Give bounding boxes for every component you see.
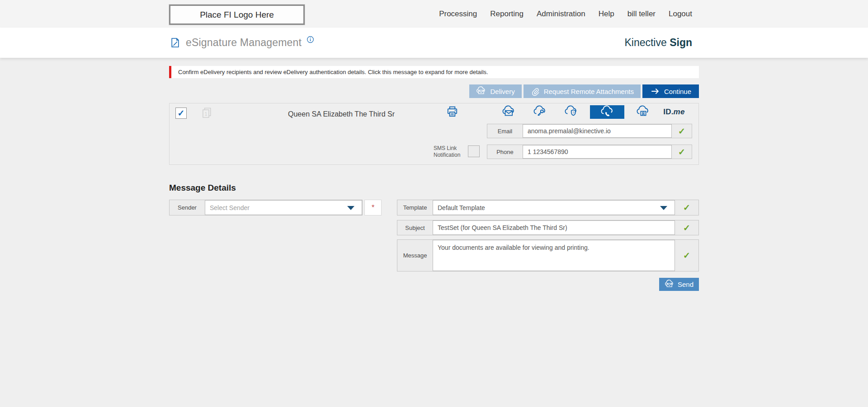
- document-count-icon: [200, 106, 213, 120]
- sender-required-indicator: *: [364, 200, 382, 215]
- email-field-row: Email ✓: [487, 124, 692, 138]
- cloud-person-icon: [636, 105, 650, 119]
- main-content: Confirm eDelivery recipients and review …: [169, 66, 699, 291]
- paperclip-icon: [530, 87, 540, 96]
- message-details-heading: Message Details: [169, 183, 699, 193]
- message-field-row: Message ✓: [397, 239, 699, 271]
- phone-label: Phone: [487, 145, 523, 159]
- send-button[interactable]: Send: [659, 278, 699, 291]
- continue-button[interactable]: Continue: [642, 84, 699, 98]
- recipient-card: ✓ Queen SA Elizabeth The Third Sr: [169, 103, 699, 165]
- phone-valid-check-icon: ✓: [678, 148, 685, 156]
- cloud-key-icon: [533, 105, 547, 119]
- auth-method-access-key[interactable]: [527, 105, 552, 119]
- message-textarea[interactable]: [438, 243, 670, 271]
- continue-button-label: Continue: [664, 88, 691, 95]
- kinective-sign-logo: Kinective Sign: [624, 37, 692, 49]
- sender-placeholder: Select Sender: [210, 204, 250, 211]
- sms-link-notification-label: SMS Link Notification: [434, 145, 468, 159]
- idme-logo-italic: me: [674, 108, 685, 117]
- recipient-checkbox[interactable]: ✓: [175, 108, 187, 119]
- auth-method-security-question[interactable]: [558, 105, 584, 119]
- message-details-form: Sender Select Sender * Template Default …: [169, 200, 699, 271]
- alert-text: Confirm eDelivery recipients and review …: [178, 69, 488, 75]
- template-label: Template: [397, 200, 433, 215]
- brand-product: Sign: [670, 37, 692, 48]
- page-title: eSignature Management: [186, 37, 302, 49]
- delivery-button-label: Delivery: [490, 88, 514, 95]
- idme-logo-bold: ID.: [663, 108, 673, 117]
- nav-processing[interactable]: Processing: [439, 9, 477, 19]
- template-selected-value: Default Template: [438, 204, 485, 211]
- sender-select[interactable]: Select Sender: [205, 200, 362, 215]
- esignature-management-page: Place FI Logo Here Processing Reporting …: [0, 0, 868, 407]
- sender-label: Sender: [170, 200, 205, 215]
- top-navigation: Processing Reporting Administration Help…: [439, 0, 692, 28]
- cloud-mail-icon: [476, 86, 486, 96]
- sender-field-row: Sender Select Sender: [169, 200, 363, 215]
- action-toolbar: Delivery Request Remote Attachments Cont…: [169, 84, 699, 98]
- sender-group: Sender Select Sender *: [169, 200, 382, 215]
- template-valid-check-icon: ✓: [683, 203, 690, 212]
- auth-method-idme[interactable]: ID.me: [661, 105, 687, 119]
- cloud-shield-question-icon: [564, 105, 578, 119]
- authentication-method-row: ID.me: [496, 105, 687, 119]
- subject-input[interactable]: [438, 224, 670, 231]
- auth-method-phone-selected[interactable]: [590, 105, 624, 119]
- printer-icon[interactable]: [445, 105, 459, 119]
- check-icon: ✓: [178, 109, 185, 117]
- fi-logo-placeholder: Place FI Logo Here: [169, 5, 305, 25]
- template-field-row: Template Default Template ✓: [397, 200, 699, 215]
- template-select[interactable]: Default Template: [433, 200, 675, 215]
- email-input[interactable]: [528, 127, 667, 135]
- required-asterisk-icon: *: [372, 204, 374, 211]
- cloud-mail-icon: [665, 280, 674, 289]
- nav-administration[interactable]: Administration: [537, 9, 585, 19]
- auth-method-id-verification[interactable]: [630, 105, 656, 119]
- request-remote-attachments-button[interactable]: Request Remote Attachments: [524, 84, 641, 98]
- info-icon[interactable]: [306, 35, 315, 44]
- topbar: Place FI Logo Here Processing Reporting …: [0, 0, 868, 28]
- email-label: Email: [487, 124, 523, 138]
- subject-field-row: Subject ✓: [397, 220, 699, 235]
- edelivery-alert-banner[interactable]: Confirm eDelivery recipients and review …: [169, 66, 699, 78]
- nav-help[interactable]: Help: [599, 9, 614, 19]
- nav-user[interactable]: bill teller: [627, 9, 656, 19]
- nav-logout[interactable]: Logout: [669, 9, 692, 19]
- cloud-mail-icon: [502, 105, 515, 119]
- email-valid-check-icon: ✓: [678, 127, 685, 136]
- delivery-button[interactable]: Delivery: [469, 84, 521, 98]
- sms-link-notification-checkbox[interactable]: [468, 145, 480, 157]
- chevron-down-icon: [347, 206, 354, 210]
- nav-reporting[interactable]: Reporting: [490, 9, 524, 19]
- chevron-down-icon: [660, 206, 667, 210]
- arrow-right-icon: [650, 86, 660, 96]
- send-button-label: Send: [678, 281, 693, 288]
- send-row: Send: [169, 278, 699, 291]
- recipient-name: Queen SA Elizabeth The Third Sr: [228, 110, 454, 118]
- phone-input[interactable]: [528, 148, 667, 155]
- template-column: Template Default Template ✓ Subject ✓ Me…: [397, 200, 699, 271]
- subject-valid-check-icon: ✓: [683, 224, 690, 232]
- app-header: eSignature Management Kinective Sign: [0, 28, 868, 58]
- message-label: Message: [397, 240, 433, 271]
- brand-name: Kinective: [624, 37, 670, 48]
- phone-field-row: Phone ✓: [487, 145, 692, 159]
- subject-label: Subject: [397, 220, 433, 235]
- esignature-document-pen-icon: [169, 37, 181, 49]
- message-valid-check-icon: ✓: [683, 251, 690, 260]
- fi-logo-text: Place FI Logo Here: [200, 10, 274, 20]
- request-remote-attachments-label: Request Remote Attachments: [544, 88, 634, 95]
- cloud-phone-icon: [600, 105, 614, 119]
- auth-method-email[interactable]: [496, 105, 521, 119]
